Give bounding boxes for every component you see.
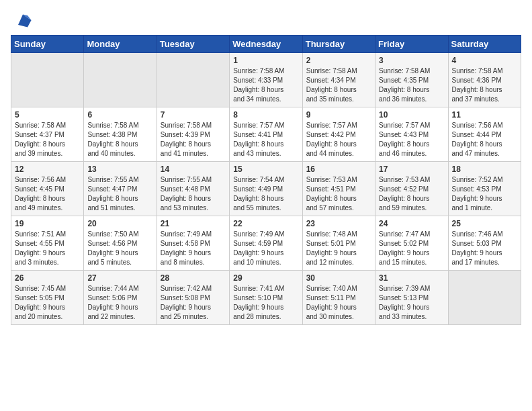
day-number: 15 [233, 165, 299, 174]
page-container: SundayMondayTuesdayWednesdayThursdayFrid… [0, 0, 532, 332]
page-header [11, 11, 521, 30]
weekday-header-tuesday: Tuesday [157, 36, 229, 53]
calendar-cell: 14Sunrise: 7:55 AM Sunset: 4:48 PM Dayli… [157, 162, 229, 216]
calendar-week-row: 5Sunrise: 7:58 AM Sunset: 4:37 PM Daylig… [11, 107, 521, 162]
cell-content: Sunrise: 7:54 AM Sunset: 4:49 PM Dayligh… [233, 175, 299, 213]
day-number: 23 [306, 219, 372, 228]
cell-content: Sunrise: 7:58 AM Sunset: 4:36 PM Dayligh… [452, 66, 518, 104]
cell-content: Sunrise: 7:55 AM Sunset: 4:48 PM Dayligh… [161, 175, 226, 213]
calendar-cell: 30Sunrise: 7:40 AM Sunset: 5:11 PM Dayli… [302, 271, 375, 325]
cell-content: Sunrise: 7:49 AM Sunset: 4:59 PM Dayligh… [233, 230, 299, 267]
cell-content: Sunrise: 7:57 AM Sunset: 4:41 PM Dayligh… [233, 121, 299, 158]
day-number: 20 [87, 219, 153, 228]
cell-content: Sunrise: 7:46 AM Sunset: 5:03 PM Dayligh… [452, 230, 518, 267]
calendar-cell: 1Sunrise: 7:58 AM Sunset: 4:33 PM Daylig… [230, 53, 302, 107]
calendar-cell: 4Sunrise: 7:58 AM Sunset: 4:36 PM Daylig… [448, 53, 521, 107]
calendar-cell [157, 53, 229, 107]
calendar-cell: 3Sunrise: 7:58 AM Sunset: 4:35 PM Daylig… [375, 53, 448, 107]
calendar-table: SundayMondayTuesdayWednesdayThursdayFrid… [11, 35, 521, 325]
calendar-week-row: 1Sunrise: 7:58 AM Sunset: 4:33 PM Daylig… [11, 53, 521, 107]
calendar-cell: 22Sunrise: 7:49 AM Sunset: 4:59 PM Dayli… [230, 216, 302, 271]
cell-content: Sunrise: 7:58 AM Sunset: 4:34 PM Dayligh… [306, 66, 372, 104]
cell-content: Sunrise: 7:58 AM Sunset: 4:39 PM Dayligh… [161, 121, 226, 158]
calendar-cell: 2Sunrise: 7:58 AM Sunset: 4:34 PM Daylig… [302, 53, 375, 107]
weekday-header-thursday: Thursday [302, 36, 375, 53]
day-number: 16 [306, 165, 372, 174]
weekday-header-saturday: Saturday [448, 36, 521, 53]
calendar-cell: 24Sunrise: 7:47 AM Sunset: 5:02 PM Dayli… [375, 216, 448, 271]
day-number: 5 [15, 110, 81, 120]
svg-marker-0 [18, 15, 32, 28]
calendar-cell: 12Sunrise: 7:56 AM Sunset: 4:45 PM Dayli… [11, 162, 84, 216]
calendar-week-row: 19Sunrise: 7:51 AM Sunset: 4:55 PM Dayli… [11, 216, 521, 271]
weekday-header-sunday: Sunday [11, 36, 84, 53]
cell-content: Sunrise: 7:39 AM Sunset: 5:13 PM Dayligh… [379, 284, 445, 322]
day-number: 1 [233, 56, 299, 65]
calendar-cell: 27Sunrise: 7:44 AM Sunset: 5:06 PM Dayli… [84, 271, 157, 325]
weekday-header-wednesday: Wednesday [230, 36, 302, 53]
cell-content: Sunrise: 7:57 AM Sunset: 4:42 PM Dayligh… [306, 121, 372, 158]
calendar-cell: 16Sunrise: 7:53 AM Sunset: 4:51 PM Dayli… [302, 162, 375, 216]
weekday-header-row: SundayMondayTuesdayWednesdayThursdayFrid… [11, 36, 521, 53]
cell-content: Sunrise: 7:56 AM Sunset: 4:44 PM Dayligh… [452, 121, 518, 158]
cell-content: Sunrise: 7:58 AM Sunset: 4:38 PM Dayligh… [87, 121, 153, 158]
cell-content: Sunrise: 7:53 AM Sunset: 4:52 PM Dayligh… [379, 175, 445, 213]
cell-content: Sunrise: 7:51 AM Sunset: 4:55 PM Dayligh… [15, 230, 81, 267]
calendar-cell: 11Sunrise: 7:56 AM Sunset: 4:44 PM Dayli… [448, 107, 521, 162]
calendar-cell: 18Sunrise: 7:52 AM Sunset: 4:53 PM Dayli… [448, 162, 521, 216]
calendar-cell [448, 271, 521, 325]
day-number: 6 [87, 110, 153, 120]
cell-content: Sunrise: 7:52 AM Sunset: 4:53 PM Dayligh… [452, 175, 518, 213]
day-number: 17 [379, 165, 445, 174]
day-number: 9 [306, 110, 372, 120]
cell-content: Sunrise: 7:40 AM Sunset: 5:11 PM Dayligh… [306, 284, 372, 322]
calendar-cell: 15Sunrise: 7:54 AM Sunset: 4:49 PM Dayli… [230, 162, 302, 216]
day-number: 30 [306, 273, 372, 283]
cell-content: Sunrise: 7:58 AM Sunset: 4:37 PM Dayligh… [15, 121, 81, 158]
day-number: 3 [379, 56, 445, 65]
cell-content: Sunrise: 7:47 AM Sunset: 5:02 PM Dayligh… [379, 230, 445, 267]
calendar-cell: 31Sunrise: 7:39 AM Sunset: 5:13 PM Dayli… [375, 271, 448, 325]
cell-content: Sunrise: 7:49 AM Sunset: 4:58 PM Dayligh… [161, 230, 226, 267]
calendar-cell [84, 53, 157, 107]
calendar-week-row: 26Sunrise: 7:45 AM Sunset: 5:05 PM Dayli… [11, 271, 521, 325]
day-number: 24 [379, 219, 445, 228]
day-number: 7 [161, 110, 226, 120]
day-number: 27 [87, 273, 153, 283]
day-number: 18 [452, 165, 518, 174]
day-number: 19 [15, 219, 81, 228]
day-number: 29 [233, 273, 299, 283]
cell-content: Sunrise: 7:42 AM Sunset: 5:08 PM Dayligh… [161, 284, 226, 322]
calendar-cell: 20Sunrise: 7:50 AM Sunset: 4:56 PM Dayli… [84, 216, 157, 271]
day-number: 8 [233, 110, 299, 120]
cell-content: Sunrise: 7:58 AM Sunset: 4:33 PM Dayligh… [233, 66, 299, 104]
day-number: 14 [161, 165, 226, 174]
day-number: 21 [161, 219, 226, 228]
day-number: 2 [306, 56, 372, 65]
day-number: 25 [452, 219, 518, 228]
day-number: 12 [15, 165, 81, 174]
cell-content: Sunrise: 7:53 AM Sunset: 4:51 PM Dayligh… [306, 175, 372, 213]
cell-content: Sunrise: 7:57 AM Sunset: 4:43 PM Dayligh… [379, 121, 445, 158]
cell-content: Sunrise: 7:45 AM Sunset: 5:05 PM Dayligh… [15, 284, 81, 322]
calendar-cell: 26Sunrise: 7:45 AM Sunset: 5:05 PM Dayli… [11, 271, 84, 325]
day-number: 4 [452, 56, 518, 65]
day-number: 10 [379, 110, 445, 120]
calendar-cell: 19Sunrise: 7:51 AM Sunset: 4:55 PM Dayli… [11, 216, 84, 271]
calendar-cell: 23Sunrise: 7:48 AM Sunset: 5:01 PM Dayli… [302, 216, 375, 271]
calendar-cell: 13Sunrise: 7:55 AM Sunset: 4:47 PM Dayli… [84, 162, 157, 216]
cell-content: Sunrise: 7:41 AM Sunset: 5:10 PM Dayligh… [233, 284, 299, 322]
cell-content: Sunrise: 7:55 AM Sunset: 4:47 PM Dayligh… [87, 175, 153, 213]
day-number: 26 [15, 273, 81, 283]
day-number: 11 [452, 110, 518, 120]
calendar-cell: 9Sunrise: 7:57 AM Sunset: 4:42 PM Daylig… [302, 107, 375, 162]
calendar-cell: 28Sunrise: 7:42 AM Sunset: 5:08 PM Dayli… [157, 271, 229, 325]
weekday-header-friday: Friday [375, 36, 448, 53]
day-number: 28 [161, 273, 226, 283]
day-number: 31 [379, 273, 445, 283]
cell-content: Sunrise: 7:44 AM Sunset: 5:06 PM Dayligh… [87, 284, 153, 322]
day-number: 22 [233, 219, 299, 228]
day-number: 13 [87, 165, 153, 174]
cell-content: Sunrise: 7:48 AM Sunset: 5:01 PM Dayligh… [306, 230, 372, 267]
calendar-week-row: 12Sunrise: 7:56 AM Sunset: 4:45 PM Dayli… [11, 162, 521, 216]
